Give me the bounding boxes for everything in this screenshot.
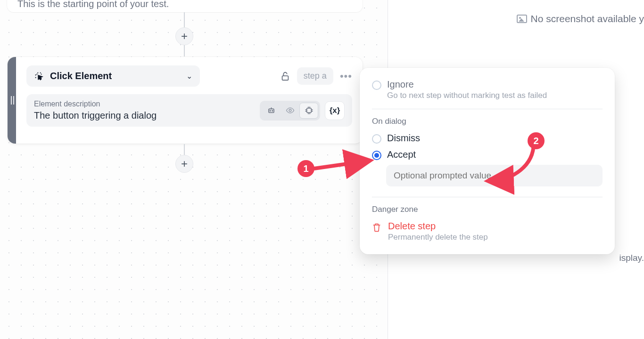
no-screenshot-message: No screenshot available y (517, 13, 644, 24)
delete-step-label[interactable]: Delete step (388, 221, 488, 232)
accept-label: Accept (387, 149, 416, 160)
callout-badge-2: 2 (528, 132, 545, 149)
unlock-icon[interactable] (280, 71, 290, 81)
callout-badge-1: 1 (297, 160, 314, 177)
delete-step-row[interactable]: Delete step Permanently delete the step (372, 221, 603, 242)
image-icon (517, 15, 527, 23)
ignore-subtitle: Go to next step without marking test as … (387, 91, 547, 100)
on-dialog-label: On dialog (372, 117, 603, 126)
step-card[interactable]: Click Element ⌄ step a ••• (8, 57, 363, 144)
start-step-text: This is the starting point of your test. (17, 0, 169, 9)
robot-icon[interactable] (262, 103, 281, 119)
radio-accept[interactable] (372, 151, 381, 160)
svg-point-2 (270, 111, 271, 112)
radio-dismiss[interactable] (372, 134, 381, 144)
step-header-row: Click Element ⌄ step a ••• (26, 65, 352, 87)
add-step-button[interactable]: + (175, 27, 193, 45)
drag-handle[interactable] (8, 57, 16, 144)
element-description-label: Element description (34, 100, 157, 108)
cursor-click-icon (34, 71, 44, 81)
variable-button[interactable]: {x} (325, 101, 345, 120)
eye-icon[interactable] (281, 103, 299, 119)
element-description-value: The button triggering a dialog (34, 110, 157, 121)
svg-point-3 (272, 111, 273, 112)
ignore-title: Ignore (387, 79, 547, 90)
target-icon[interactable] (299, 103, 318, 119)
step-body: Click Element ⌄ step a ••• (16, 57, 363, 144)
svg-point-4 (289, 109, 291, 112)
divider (372, 197, 603, 197)
danger-zone-label: Danger zone (372, 205, 603, 214)
action-label: Click Element (50, 71, 112, 81)
chevron-down-icon: ⌄ (186, 72, 192, 81)
element-tools (260, 101, 320, 121)
delete-step-subtitle: Permanently delete the step (388, 233, 488, 242)
no-screenshot-text: No screenshot available y (531, 13, 644, 24)
action-select[interactable]: Click Element ⌄ (26, 65, 200, 87)
trash-icon (372, 223, 381, 234)
option-ignore[interactable]: Ignore Go to next step without marking t… (372, 79, 603, 100)
more-menu-icon[interactable]: ••• (340, 70, 352, 82)
add-step-button[interactable]: + (175, 155, 193, 173)
element-description-box[interactable]: Element description The button triggerin… (26, 94, 352, 127)
dismiss-label: Dismiss (387, 133, 420, 144)
svg-rect-0 (282, 76, 288, 80)
radio-ignore[interactable] (372, 81, 381, 90)
divider (372, 109, 603, 109)
callout-arrow (312, 155, 373, 174)
truncated-text: isplay. (619, 253, 644, 263)
start-step-card: This is the starting point of your test. (7, 0, 363, 12)
step-name-badge[interactable]: step a (297, 67, 333, 85)
svg-rect-5 (306, 108, 311, 113)
svg-line-6 (314, 161, 367, 169)
